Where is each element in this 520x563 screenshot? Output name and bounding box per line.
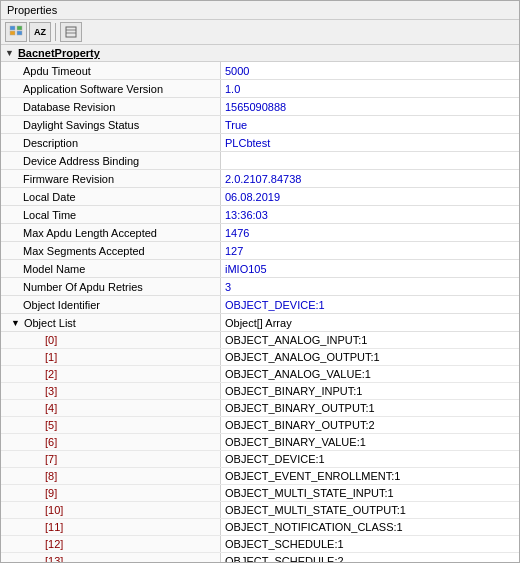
table-row: Max Segments Accepted127: [1, 242, 519, 260]
object-index: [5]: [1, 417, 221, 433]
table-row: Apdu Timeout5000: [1, 62, 519, 80]
property-name: Application Software Version: [1, 80, 221, 97]
property-value: PLCbtest: [221, 134, 519, 151]
property-rows: Apdu Timeout5000Application Software Ver…: [1, 62, 519, 314]
list-item: [7]OBJECT_DEVICE:1: [1, 451, 519, 468]
object-index: [0]: [1, 332, 221, 348]
property-value: 13:36:03: [221, 206, 519, 223]
property-name: Device Address Binding: [1, 152, 221, 169]
property-value: 3: [221, 278, 519, 295]
property-value: 1.0: [221, 80, 519, 97]
object-index: [12]: [1, 536, 221, 552]
svg-rect-4: [66, 27, 76, 37]
property-name: Max Apdu Length Accepted: [1, 224, 221, 241]
object-value: OBJECT_EVENT_ENROLLMENT:1: [221, 468, 519, 484]
properties-panel: Properties AZ ▼ BacnetProperty: [0, 0, 520, 563]
list-item: [2]OBJECT_ANALOG_VALUE:1: [1, 366, 519, 383]
svg-rect-3: [17, 31, 22, 35]
object-value: OBJECT_MULTI_STATE_INPUT:1: [221, 485, 519, 501]
table-row: Object IdentifierOBJECT_DEVICE:1: [1, 296, 519, 314]
table-row: Database Revision1565090888: [1, 98, 519, 116]
list-item: [3]OBJECT_BINARY_INPUT:1: [1, 383, 519, 400]
property-pages-btn[interactable]: [60, 22, 82, 42]
bacnet-property-header[interactable]: ▼ BacnetProperty: [1, 45, 519, 62]
object-index: [6]: [1, 434, 221, 450]
object-value: OBJECT_BINARY_OUTPUT:1: [221, 400, 519, 416]
az-icon: AZ: [34, 27, 46, 37]
object-value: OBJECT_DEVICE:1: [221, 451, 519, 467]
list-item: [5]OBJECT_BINARY_OUTPUT:2: [1, 417, 519, 434]
svg-rect-1: [10, 31, 15, 35]
table-row: Number Of Apdu Retries3: [1, 278, 519, 296]
property-value: 127: [221, 242, 519, 259]
table-row: Local Time13:36:03: [1, 206, 519, 224]
property-value: [221, 152, 519, 169]
table-row: Daylight Savings StatusTrue: [1, 116, 519, 134]
object-list-label: Object List: [24, 317, 76, 329]
object-list-name-cell: ▼ Object List: [1, 314, 221, 331]
categorized-btn[interactable]: [5, 22, 27, 42]
object-index: [10]: [1, 502, 221, 518]
table-row: Max Apdu Length Accepted1476: [1, 224, 519, 242]
object-index: [3]: [1, 383, 221, 399]
table-row: DescriptionPLCbtest: [1, 134, 519, 152]
object-index: [4]: [1, 400, 221, 416]
object-list-toggle[interactable]: ▼: [11, 318, 20, 328]
object-list-header-row: ▼ Object List Object[] Array: [1, 314, 519, 332]
object-index: [2]: [1, 366, 221, 382]
object-value: OBJECT_ANALOG_INPUT:1: [221, 332, 519, 348]
property-name: Number Of Apdu Retries: [1, 278, 221, 295]
section-label: BacnetProperty: [18, 47, 100, 59]
property-value: True: [221, 116, 519, 133]
property-value: 5000: [221, 62, 519, 79]
object-value: OBJECT_ANALOG_VALUE:1: [221, 366, 519, 382]
property-value: iMIO105: [221, 260, 519, 277]
object-index: [1]: [1, 349, 221, 365]
pages-icon: [64, 25, 78, 39]
object-list-value: Object[] Array: [221, 314, 519, 331]
property-name: Firmware Revision: [1, 170, 221, 187]
list-item: [4]OBJECT_BINARY_OUTPUT:1: [1, 400, 519, 417]
object-value: OBJECT_NOTIFICATION_CLASS:1: [221, 519, 519, 535]
table-row: Application Software Version1.0: [1, 80, 519, 98]
object-index: [9]: [1, 485, 221, 501]
title-bar: Properties: [1, 1, 519, 20]
object-value: OBJECT_SCHEDULE:2: [221, 553, 519, 562]
property-value: 1565090888: [221, 98, 519, 115]
list-item: [0]OBJECT_ANALOG_INPUT:1: [1, 332, 519, 349]
property-name: Local Date: [1, 188, 221, 205]
object-value: OBJECT_BINARY_VALUE:1: [221, 434, 519, 450]
property-value: OBJECT_DEVICE:1: [221, 296, 519, 313]
object-index: [7]: [1, 451, 221, 467]
property-value: 2.0.2107.84738: [221, 170, 519, 187]
table-row: Model NameiMIO105: [1, 260, 519, 278]
property-name: Apdu Timeout: [1, 62, 221, 79]
object-index: [8]: [1, 468, 221, 484]
table-row: Device Address Binding: [1, 152, 519, 170]
object-value: OBJECT_ANALOG_OUTPUT:1: [221, 349, 519, 365]
list-item: [8]OBJECT_EVENT_ENROLLMENT:1: [1, 468, 519, 485]
toolbar-separator: [55, 23, 56, 41]
object-value: OBJECT_SCHEDULE:1: [221, 536, 519, 552]
toolbar: AZ: [1, 20, 519, 45]
property-name: Daylight Savings Status: [1, 116, 221, 133]
list-item: [1]OBJECT_ANALOG_OUTPUT:1: [1, 349, 519, 366]
content-area[interactable]: ▼ BacnetProperty Apdu Timeout5000Applica…: [1, 45, 519, 562]
property-name: Description: [1, 134, 221, 151]
object-value: OBJECT_BINARY_INPUT:1: [221, 383, 519, 399]
property-value: 06.08.2019: [221, 188, 519, 205]
list-item: [9]OBJECT_MULTI_STATE_INPUT:1: [1, 485, 519, 502]
property-value: 1476: [221, 224, 519, 241]
list-item: [11]OBJECT_NOTIFICATION_CLASS:1: [1, 519, 519, 536]
object-index: [13]: [1, 553, 221, 562]
panel-title: Properties: [7, 4, 57, 16]
svg-rect-0: [10, 26, 15, 30]
list-item: [12]OBJECT_SCHEDULE:1: [1, 536, 519, 553]
list-item: [6]OBJECT_BINARY_VALUE:1: [1, 434, 519, 451]
table-row: Firmware Revision2.0.2107.84738: [1, 170, 519, 188]
alphabetical-btn[interactable]: AZ: [29, 22, 51, 42]
object-index: [11]: [1, 519, 221, 535]
property-name: Object Identifier: [1, 296, 221, 313]
section-toggle-icon: ▼: [5, 48, 14, 58]
table-row: Local Date06.08.2019: [1, 188, 519, 206]
